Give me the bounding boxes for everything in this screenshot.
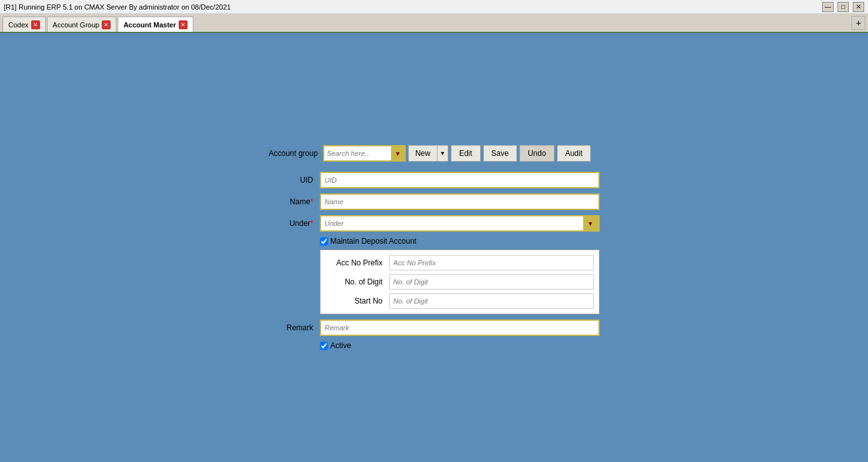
tab-account-group-close[interactable]: ✕: [102, 20, 111, 29]
tab-bar: Codex ✕ Account Group ✕ Account Master ✕…: [0, 14, 868, 33]
maintain-deposit-row: Maintain Deposit Account: [320, 237, 600, 246]
tab-account-master-label: Account Master: [123, 21, 176, 29]
minimize-button[interactable]: —: [822, 2, 834, 12]
account-group-search-input[interactable]: [324, 146, 391, 160]
new-button-dropdown[interactable]: ▼: [437, 145, 448, 162]
active-row: Active: [320, 341, 600, 350]
tab-codex-label: Codex: [8, 21, 29, 29]
uid-input[interactable]: [320, 172, 600, 188]
tab-account-group-label: Account Group: [53, 21, 99, 29]
tab-account-master[interactable]: Account Master ✕: [118, 17, 193, 32]
tab-codex-close[interactable]: ✕: [31, 20, 40, 29]
active-checkbox[interactable]: [320, 342, 328, 350]
toolbar-row: Account group ▼ New ▼ Edit Save Undo Aud…: [269, 145, 600, 162]
remark-label: Remark: [269, 323, 313, 332]
active-label: Active: [331, 341, 352, 350]
account-group-dropdown-arrow[interactable]: ▼: [391, 146, 404, 160]
audit-button[interactable]: Audit: [557, 145, 591, 162]
name-label: Name*: [269, 197, 313, 206]
deposit-section: Acc No Prefix No. of Digit Start No: [320, 249, 600, 314]
app-title: [R1] Running ERP 5.1 on CMAX Server By a…: [4, 3, 231, 11]
uid-label: UID: [269, 176, 313, 185]
remark-row: Remark: [269, 319, 600, 336]
maintain-deposit-checkbox[interactable]: [320, 237, 328, 246]
form-container: Account group ▼ New ▼ Edit Save Undo Aud…: [269, 145, 600, 350]
new-button-group: New ▼: [408, 145, 448, 162]
undo-button[interactable]: Undo: [520, 145, 555, 162]
remark-input[interactable]: [320, 319, 600, 336]
account-group-search-combo[interactable]: ▼: [323, 145, 406, 162]
no-of-digit-input[interactable]: [389, 274, 594, 290]
edit-button[interactable]: Edit: [451, 145, 481, 162]
main-content: Account group ▼ New ▼ Edit Save Undo Aud…: [0, 33, 868, 462]
under-dropdown-arrow[interactable]: ▼: [583, 216, 598, 230]
close-button[interactable]: ✕: [853, 2, 864, 12]
start-no-row: Start No: [326, 293, 594, 309]
start-no-label: Start No: [326, 297, 383, 305]
maintain-deposit-label: Maintain Deposit Account: [331, 237, 417, 246]
start-no-input[interactable]: [389, 293, 594, 309]
save-button[interactable]: Save: [483, 145, 517, 162]
uid-row: UID: [269, 172, 600, 188]
under-combo[interactable]: ▼: [320, 215, 600, 232]
window-controls: — □ ✕: [822, 2, 864, 12]
tab-codex[interactable]: Codex ✕: [3, 17, 46, 32]
under-row: Under* ▼: [269, 215, 600, 232]
account-group-label: Account group: [269, 149, 318, 158]
tab-account-group[interactable]: Account Group ✕: [47, 17, 116, 32]
maximize-button[interactable]: □: [837, 2, 849, 12]
name-input[interactable]: [320, 193, 600, 210]
under-input[interactable]: [321, 220, 583, 227]
name-row: Name*: [269, 193, 600, 210]
new-button[interactable]: New: [408, 145, 437, 162]
tab-account-master-close[interactable]: ✕: [179, 20, 188, 29]
no-of-digit-label: No. of Digit: [326, 277, 383, 286]
under-label: Under*: [269, 219, 313, 228]
acc-no-prefix-input[interactable]: [389, 255, 594, 270]
no-of-digit-row: No. of Digit: [326, 274, 594, 290]
acc-no-prefix-label: Acc No Prefix: [326, 258, 383, 267]
acc-no-prefix-row: Acc No Prefix: [326, 255, 594, 270]
add-tab-button[interactable]: +: [851, 16, 865, 30]
title-bar: [R1] Running ERP 5.1 on CMAX Server By a…: [0, 0, 868, 14]
